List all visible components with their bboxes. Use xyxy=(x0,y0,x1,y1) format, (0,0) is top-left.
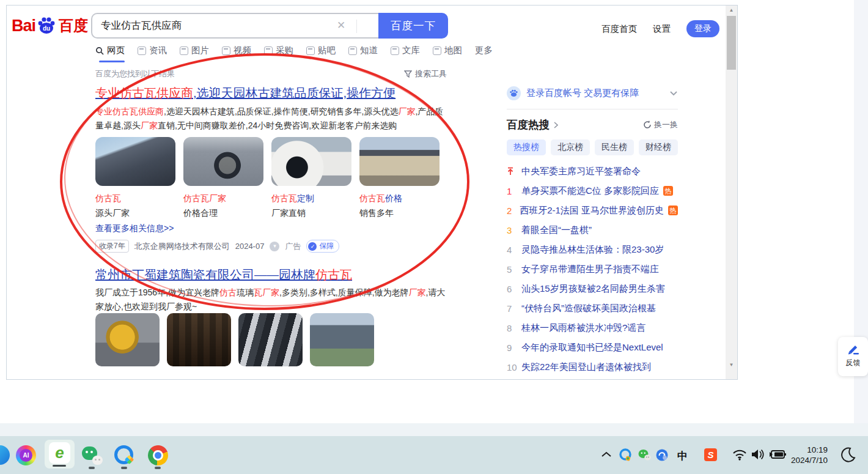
result1-source-row: 收录7年 北京企腾网络技术有限公司 2024-07 ▾ 广告 ✓ 保障 xyxy=(95,240,339,253)
result1-description: 专业仿古瓦供应商,选迎天园林古建筑,品质保证,操作简便,研究销售多年,源头优选厂… xyxy=(95,105,447,132)
result1-card-2[interactable]: 仿古瓦厂家 价格合理 xyxy=(183,137,263,219)
nav-tab-web[interactable]: 网页 xyxy=(95,45,125,56)
qq-tray-icon[interactable] xyxy=(619,448,632,462)
refresh-button[interactable]: 换一换 xyxy=(643,119,678,130)
volume-icon[interactable] xyxy=(751,448,765,461)
moon-gate-courtyard-photo[interactable] xyxy=(271,137,351,186)
search-tools-button[interactable]: 搜索工具 xyxy=(404,69,447,80)
login-banner[interactable]: 登录百度帐号 交易更有保障 xyxy=(507,86,678,100)
wifi-icon[interactable] xyxy=(732,449,747,461)
tile-warehouse-photo[interactable] xyxy=(167,313,231,366)
top-links: 百度首页 设置 登录 xyxy=(601,20,719,37)
nav-tab-tieba[interactable]: 贴吧 xyxy=(306,45,336,56)
chevron-down-icon[interactable] xyxy=(669,91,678,96)
baidu-paw-icon: du xyxy=(35,15,57,36)
hidden-icons-chevron[interactable] xyxy=(600,451,612,458)
nav-tab-zhidao[interactable]: 知道 xyxy=(348,45,378,56)
settings-link[interactable]: 设置 xyxy=(653,23,671,35)
brick-gate-circle-photo[interactable] xyxy=(183,137,263,186)
hot-search-item[interactable]: 5 女子穿吊带遭陌生男子指责不端庄 xyxy=(507,259,678,279)
nav-tab-wenku[interactable]: 文库 xyxy=(391,45,420,56)
feedback-label: 反馈 xyxy=(838,358,868,368)
wechat-icon[interactable] xyxy=(82,445,103,466)
ad-options-icon[interactable]: ▾ xyxy=(270,242,279,251)
running-indicator xyxy=(121,467,127,469)
result1-card-1[interactable]: 仿古瓦 源头厂家 xyxy=(95,137,175,219)
wechat-tray-icon[interactable] xyxy=(638,449,651,461)
search-button[interactable]: 百度一下 xyxy=(378,13,448,39)
nav-tab-news[interactable]: 资讯 xyxy=(138,45,167,56)
hot-search-item[interactable]: 4 灵隐寺推丛林生活体验：限23-30岁 xyxy=(507,240,678,259)
nav-tab-procurement[interactable]: 采购 xyxy=(264,45,293,56)
hot-search-tabs: 热搜榜 北京榜 民生榜 财经榜 xyxy=(507,139,678,155)
card-keyword: 仿古瓦 xyxy=(359,193,385,203)
battery-charging-icon[interactable] xyxy=(769,450,786,459)
clear-search-icon[interactable]: ✕ xyxy=(334,19,348,32)
edge-partial-icon[interactable] xyxy=(0,445,10,465)
hot-search-item[interactable]: 1 单身买票不能选C位 多家影院回应 热 xyxy=(507,181,678,201)
login-button[interactable]: 登录 xyxy=(686,20,719,37)
see-more-link[interactable]: 查看更多相关信息>> xyxy=(95,223,174,234)
title-keyword: 专业仿古瓦供应商 xyxy=(95,86,193,100)
hot-search-item[interactable]: 9 今年的录取通知书已经是NextLevel xyxy=(507,338,678,357)
chrome-icon[interactable] xyxy=(148,445,168,465)
hot-search-title[interactable]: 百度热搜 xyxy=(507,117,550,132)
hot-search-item[interactable]: 6 汕头15岁男孩疑被2名同龄男生杀害 xyxy=(507,279,678,298)
input-method-indicator[interactable]: 中 xyxy=(677,449,688,463)
wecom-icon[interactable] xyxy=(114,445,133,464)
hot-search-item[interactable]: 8 桂林一风雨桥被洪水冲毁?谣言 xyxy=(507,318,678,338)
tab-finance[interactable]: 财经榜 xyxy=(639,139,678,155)
browser-360-icon-active[interactable]: e xyxy=(45,440,75,468)
baidu-logo[interactable]: Bai du 百度 xyxy=(12,15,88,36)
nav-tab-images[interactable]: 图片 xyxy=(180,45,209,56)
ad-label: 广告 xyxy=(285,241,301,252)
browser-360-logo: e xyxy=(49,442,70,464)
video-icon xyxy=(222,46,230,55)
hot-search-item[interactable]: 中央军委主席习近平签署命令 xyxy=(507,161,678,181)
result1-card-4[interactable]: 仿古瓦价格 销售多年 xyxy=(359,137,440,219)
map-icon xyxy=(433,46,441,55)
taskbar-clock[interactable]: 10:19 2024/7/10 xyxy=(791,445,828,465)
rank-number: 1 xyxy=(507,186,521,196)
scroll-up-icon[interactable]: ▲ xyxy=(726,6,737,15)
hot-search-item[interactable]: 7 “伏特台风”造假破坏美国政治根基 xyxy=(507,298,678,318)
nav-tab-video[interactable]: 视频 xyxy=(222,45,251,56)
result1-card-3[interactable]: 仿古瓦定制 厂家直销 xyxy=(271,137,351,219)
nav-tab-map[interactable]: 地图 xyxy=(433,45,462,56)
result1-title-link[interactable]: 专业仿古瓦供应商,选迎天园林古建筑品质保证,操作方便 xyxy=(95,85,395,102)
traditional-tile-roof-photo[interactable] xyxy=(95,137,175,186)
hot-search-item[interactable]: 10 失踪22年美国登山者遗体被找到 xyxy=(507,357,678,377)
sogou-tray-icon[interactable]: S xyxy=(704,448,717,461)
feedback-button[interactable]: 反馈 xyxy=(838,337,868,376)
nav-tab-more[interactable]: 更多 xyxy=(475,45,493,56)
tab-hot-list[interactable]: 热搜榜 xyxy=(507,139,546,155)
rank-number: 8 xyxy=(507,323,521,333)
scrollbar-thumb[interactable] xyxy=(727,16,736,70)
protection-badge[interactable]: ✓ 保障 xyxy=(306,240,339,253)
temple-roof-photo[interactable] xyxy=(310,313,374,366)
advertiser-name: 北京企腾网络技术有限公司 xyxy=(134,241,230,252)
clay-tiles-floor-photo[interactable] xyxy=(238,313,303,366)
nav-tab-label: 图片 xyxy=(191,45,209,56)
paw-badge-icon xyxy=(507,86,521,100)
golden-finial-photo[interactable] xyxy=(95,313,160,366)
nav-tab-label: 知道 xyxy=(360,45,378,56)
result2-image-row xyxy=(95,313,374,366)
ai-assistant-icon[interactable]: AI xyxy=(16,445,36,465)
result2-description: 我厂成立于1956年,做为宜兴老牌仿古琉璃瓦厂家,多类别,多样式,质量保障,做为… xyxy=(95,286,447,313)
hot-search-item[interactable]: 2 西班牙2-1法国 亚马尔世界波创历史 热 xyxy=(507,201,678,220)
night-mode-moon-icon[interactable] xyxy=(841,447,856,463)
tab-beijing[interactable]: 北京榜 xyxy=(551,139,590,155)
hot-search-item[interactable]: 3 着眼全国“一盘棋” xyxy=(507,220,678,240)
result2-title-link[interactable]: 常州市丁蜀建筑陶瓷有限公司——园林牌仿古瓦 xyxy=(95,267,352,283)
cloud-sync-tray-icon[interactable] xyxy=(655,448,669,462)
page-scrollbar[interactable]: ▲ ▼ xyxy=(726,6,737,379)
scroll-down-icon[interactable]: ▼ xyxy=(726,360,737,370)
stone-archway-photo[interactable] xyxy=(359,137,440,186)
tab-livelihood[interactable]: 民生榜 xyxy=(595,139,634,155)
baidu-home-link[interactable]: 百度首页 xyxy=(601,23,637,35)
active-app-indicator xyxy=(53,465,66,467)
search-box[interactable]: ✕ xyxy=(91,13,380,39)
card-subtitle: 销售多年 xyxy=(359,208,440,219)
search-input[interactable] xyxy=(101,14,321,37)
